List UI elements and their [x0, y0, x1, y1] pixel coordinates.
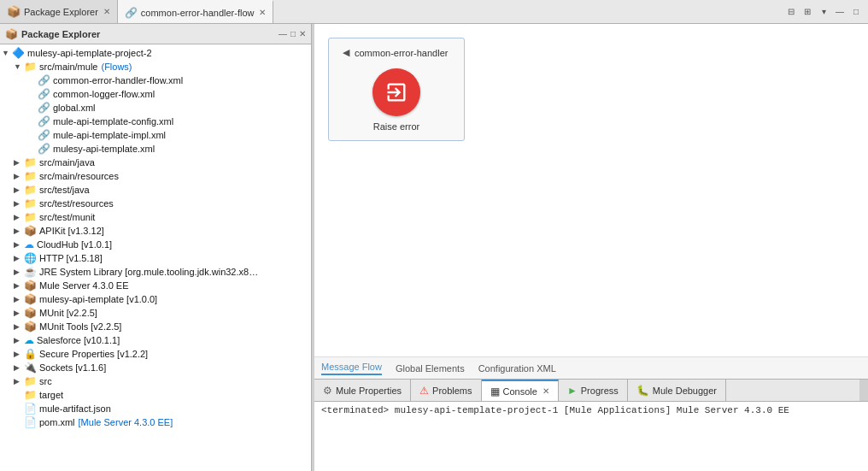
- tree-item-munit-tools[interactable]: ▶ 📦 MUnit Tools [v2.2.5]: [0, 320, 311, 333]
- json-file-icon: 📄: [24, 403, 37, 415]
- panel-maximize-icon[interactable]: □: [290, 29, 296, 38]
- project-icon: 🔷: [12, 47, 25, 59]
- tree-item-src-main-mule[interactable]: ▼ 📁 src/main/mule (Flows): [0, 60, 311, 74]
- tree-label-common-error: common-error-handler-flow.xml: [53, 75, 183, 85]
- tree-item-global[interactable]: 🔗 global.xml: [0, 101, 311, 115]
- tree-arrow-munit-tools: ▶: [14, 322, 24, 331]
- tree-label-mule-server: Mule Server 4.3.0 EE: [39, 280, 129, 291]
- package-explorer-tab[interactable]: 📦 Package Explorer ✕: [0, 0, 118, 23]
- tree-item-mule-server[interactable]: ▶ 📦 Mule Server 4.3.0 EE: [0, 279, 311, 292]
- package-explorer-tree[interactable]: ▼ 🔷 mulesy-api-template-project-2 ▼ 📁 sr…: [0, 44, 311, 471]
- tree-item-jre[interactable]: ▶ ☕ JRE System Library [org.mule.tooling…: [0, 265, 311, 279]
- flow-component-label: Raise error: [373, 121, 419, 132]
- tree-item-root[interactable]: ▼ 🔷 mulesy-api-template-project-2: [0, 46, 311, 60]
- tree-label-munit: src/test/munit: [39, 212, 95, 222]
- folder-res-icon: 📁: [24, 170, 37, 182]
- editor-tab-label: common-error-handler-flow: [141, 8, 255, 18]
- panel-title: Package Explorer: [21, 29, 275, 39]
- tree-item-mule-impl[interactable]: 🔗 mule-api-template-impl.xml: [0, 128, 311, 142]
- tab-debugger-label: Mule Debugger: [653, 386, 717, 396]
- mule-server-icon: 📦: [24, 280, 37, 291]
- tree-item-pom[interactable]: 📄 pom.xml [Mule Server 4.3.0 EE]: [0, 415, 311, 429]
- tree-item-common-error[interactable]: 🔗 common-error-handler-flow.xml: [0, 74, 311, 87]
- progress-icon: ►: [567, 385, 578, 397]
- package-explorer-tab-close[interactable]: ✕: [103, 7, 110, 16]
- maximize-btn[interactable]: □: [849, 5, 863, 19]
- panel-resize-handle[interactable]: [859, 380, 868, 401]
- debugger-icon: 🐛: [636, 385, 649, 397]
- src-folder-icon: 📁: [24, 375, 37, 387]
- editor-tab-close[interactable]: ✕: [259, 8, 266, 17]
- flow-component[interactable]: Raise error: [343, 68, 450, 132]
- tab-progress-label: Progress: [581, 386, 619, 396]
- tab-global-elements[interactable]: Global Elements: [396, 363, 465, 374]
- tree-label-munit-tools: MUnit Tools [v2.2.5]: [39, 321, 121, 332]
- tab-mule-properties[interactable]: ⚙ Mule Properties: [314, 380, 411, 401]
- editor-tab[interactable]: 🔗 common-error-handler-flow ✕: [118, 0, 274, 23]
- tree-label-src-test-res: src/test/resources: [39, 198, 114, 209]
- tree-item-http[interactable]: ▶ 🌐 HTTP [v1.5.18]: [0, 251, 311, 265]
- tab-progress[interactable]: ► Progress: [559, 380, 628, 401]
- tree-item-mulesy-api[interactable]: ▶ 📦 mulesy-api-template [v1.0.0]: [0, 292, 311, 306]
- console-content: <terminated> mulesy-api-template-project…: [314, 402, 868, 471]
- flow-name: common-error-handler: [355, 48, 448, 58]
- tree-label-salesforce: Salesforce [v10.1.1]: [37, 335, 120, 345]
- apikit-icon: 📦: [24, 225, 37, 237]
- tree-label-target: target: [39, 390, 63, 400]
- tree-label-src-main-res: src/main/resources: [39, 171, 119, 181]
- tree-arrow-munit: ▶: [14, 213, 24, 221]
- pom-file-icon: 📄: [24, 416, 37, 428]
- tab-configuration-xml[interactable]: Configuration XML: [478, 363, 556, 374]
- xml-icon-6: 🔗: [38, 143, 50, 155]
- flow-container: ◀ common-error-handler: [328, 38, 465, 141]
- tree-arrow-apikit: ▶: [14, 227, 24, 235]
- tab-problems[interactable]: ⚠ Problems: [411, 380, 481, 401]
- tree-arrow-secure: ▶: [14, 350, 24, 358]
- tree-item-common-logger[interactable]: 🔗 common-logger-flow.xml: [0, 87, 311, 101]
- tree-item-mule-artifact[interactable]: 📄 mule-artifact.json: [0, 402, 311, 415]
- tree-item-cloudhub[interactable]: ▶ ☁ CloudHub [v1.0.1]: [0, 238, 311, 251]
- tree-label-secure: Secure Properties [v1.2.2]: [39, 349, 148, 359]
- tab-problems-label: Problems: [432, 386, 472, 396]
- tree-item-src-test-munit[interactable]: ▶ 📁 src/test/munit: [0, 210, 311, 224]
- jre-icon: ☕: [24, 266, 37, 278]
- tree-item-sockets[interactable]: ▶ 🔌 Sockets [v1.1.6]: [0, 361, 311, 374]
- tree-label-sockets: Sockets [v1.1.6]: [39, 362, 106, 373]
- xml-icon-2: 🔗: [38, 88, 50, 100]
- mule-flow-tab-icon: 🔗: [125, 7, 138, 19]
- tree-item-mule-config[interactable]: 🔗 mule-api-template-config.xml: [0, 115, 311, 128]
- tree-item-src[interactable]: ▶ 📁 src: [0, 374, 311, 388]
- restore-btn[interactable]: —: [833, 5, 847, 19]
- tree-item-src-main-java[interactable]: ▶ 📁 src/main/java: [0, 156, 311, 169]
- tab-console[interactable]: ▦ Console ✕: [482, 380, 559, 401]
- console-text: <terminated> mulesy-api-template-project…: [321, 405, 789, 415]
- tree-label-munit-lib: MUnit [v2.2.5]: [39, 308, 97, 318]
- xml-icon-1: 🔗: [38, 74, 50, 86]
- copy-btn[interactable]: ⊞: [801, 5, 814, 19]
- tree-label-mule-config: mule-api-template-config.xml: [53, 116, 173, 127]
- panel-minimize-icon[interactable]: —: [279, 29, 287, 38]
- panel-close-icon[interactable]: ✕: [299, 29, 306, 38]
- folder-mule-icon: 📁: [24, 61, 37, 73]
- tree-item-apikit[interactable]: ▶ 📦 APIKit [v1.3.12]: [0, 224, 311, 238]
- tree-item-target[interactable]: 📁 target: [0, 388, 311, 402]
- tree-item-src-main-resources[interactable]: ▶ 📁 src/main/resources: [0, 169, 311, 183]
- dropdown-btn[interactable]: ▾: [817, 5, 830, 19]
- tree-item-src-test-resources[interactable]: ▶ 📁 src/test/resources: [0, 197, 311, 210]
- tree-item-src-test-java[interactable]: ▶ 📁 src/test/java: [0, 183, 311, 197]
- console-close-icon[interactable]: ✕: [542, 386, 549, 396]
- tree-sublabel-pom: [Mule Server 4.3.0 EE]: [79, 417, 173, 427]
- tree-item-mulesy-template[interactable]: 🔗 mulesy-api-template.xml: [0, 142, 311, 156]
- tree-label-apikit: APIKit [v1.3.12]: [39, 226, 104, 236]
- tab-message-flow[interactable]: Message Flow: [321, 362, 382, 375]
- bottom-panel: ⚙ Mule Properties ⚠ Problems ▦ Console ✕: [314, 379, 868, 471]
- tree-label-pom: pom.xml: [39, 417, 75, 427]
- tree-label-cloudhub: CloudHub [v1.0.1]: [37, 239, 112, 250]
- tree-item-munit-lib[interactable]: ▶ 📦 MUnit [v2.2.5]: [0, 306, 311, 320]
- canvas-area: ◀ common-error-handler: [314, 24, 868, 379]
- tab-mule-debugger[interactable]: 🐛 Mule Debugger: [628, 380, 726, 401]
- tree-item-salesforce[interactable]: ▶ ☁ Salesforce [v10.1.1]: [0, 333, 311, 347]
- minimize-btn[interactable]: ⊟: [784, 5, 798, 19]
- mulesy-api-icon: 📦: [24, 293, 37, 305]
- tree-item-secure-props[interactable]: ▶ 🔒 Secure Properties [v1.2.2]: [0, 347, 311, 361]
